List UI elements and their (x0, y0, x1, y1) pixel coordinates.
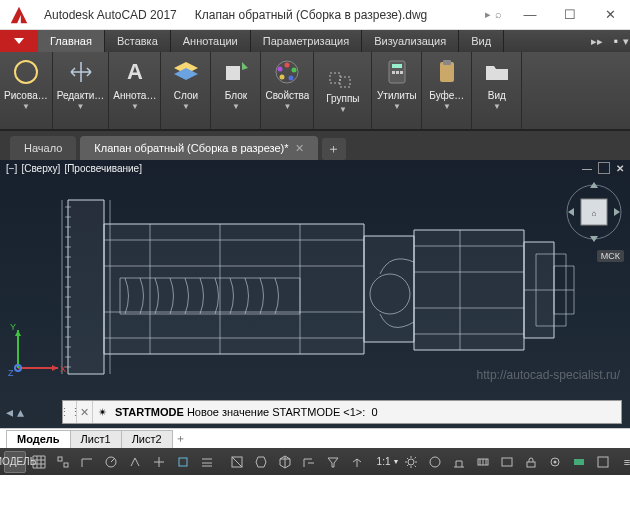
sb-hardware-accel-icon[interactable] (568, 451, 590, 473)
layout-tab-sheet2[interactable]: Лист2 (121, 430, 173, 448)
sb-grid-icon[interactable] (28, 451, 50, 473)
cmdline-close-icon[interactable]: ✕ (77, 401, 93, 423)
layout-tab-sheet1[interactable]: Лист1 (70, 430, 122, 448)
chevron-down-icon: ▼ (77, 102, 85, 111)
sb-gear-icon[interactable] (400, 451, 422, 473)
maximize-button[interactable]: ☐ (550, 0, 590, 30)
new-tab-button[interactable]: ＋ (322, 138, 346, 160)
chevron-down-icon: ▼ (392, 458, 399, 465)
window-controls: — ☐ ✕ (510, 0, 630, 30)
tab-label: Вид (471, 35, 491, 47)
panel-view[interactable]: Вид ▼ (472, 52, 522, 129)
panel-groups[interactable]: Группы ▼ (314, 52, 372, 129)
sb-ortho-icon[interactable] (76, 451, 98, 473)
command-line[interactable]: ⋮⋮ ✕ ✴ STARTMODE Новое значение STARTMOD… (62, 400, 622, 424)
add-layout-button[interactable]: ＋ (172, 431, 190, 446)
sb-snap-icon[interactable] (52, 451, 74, 473)
sb-lineweight-icon[interactable] (196, 451, 218, 473)
calculator-icon (381, 56, 413, 88)
svg-rect-16 (443, 60, 451, 65)
panel-utilities[interactable]: Утилиты ▼ (372, 52, 422, 129)
cmdline-grip-icon[interactable]: ⋮⋮ (63, 401, 77, 423)
sb-cleanscreen-icon[interactable] (592, 451, 614, 473)
sb-annotation-scale[interactable]: 1:1 ▼ (376, 451, 398, 473)
sb-isolate-icon[interactable] (544, 451, 566, 473)
status-bar: МОДЕЛЬ 1:1 ▼ ≡ (0, 448, 630, 475)
sb-transparency-icon[interactable] (226, 451, 248, 473)
view-cube[interactable]: ⌂ (564, 178, 624, 248)
viewport-view[interactable]: [Сверху] (21, 163, 60, 174)
tab-annotations[interactable]: Аннотации (171, 30, 251, 52)
close-button[interactable]: ✕ (590, 0, 630, 30)
panel-clipboard[interactable]: Буфе… ▼ (422, 52, 472, 129)
panel-modify[interactable]: Редакти… ▼ (53, 52, 110, 129)
layout-tab-label: Модель (17, 433, 60, 445)
vp-close-icon[interactable]: ✕ (616, 163, 624, 174)
viewport-visual-style[interactable]: [Просвечивание] (64, 163, 142, 174)
panel-draw[interactable]: Рисова… ▼ (0, 52, 53, 129)
doc-tab-label: Клапан обратный (Сборка в разрезе)* (94, 142, 288, 154)
tab-home[interactable]: Главная (38, 30, 105, 52)
svg-rect-14 (400, 71, 403, 74)
nav-up-icon[interactable]: ▴ (17, 404, 24, 420)
panel-label: Рисова… (4, 90, 48, 101)
layout-tab-label: Лист2 (132, 433, 162, 445)
panel-label: Группы (326, 93, 359, 104)
vp-max-icon[interactable] (598, 162, 610, 174)
chevron-down-icon: ▼ (283, 102, 291, 111)
svg-rect-13 (396, 71, 399, 74)
sb-isodraft-icon[interactable] (124, 451, 146, 473)
nav-left-icon[interactable]: ◂ (6, 404, 13, 420)
ucs-icon: X Y Z (8, 318, 68, 378)
close-tab-icon[interactable]: ✕ (295, 142, 304, 155)
qat-chevron-icon[interactable]: ⌕ (495, 8, 502, 21)
application-menu-button[interactable] (0, 30, 38, 52)
tab-view[interactable]: Вид (459, 30, 504, 52)
doc-tab-start[interactable]: Начало (10, 136, 76, 160)
sb-gizmo-icon[interactable] (346, 451, 368, 473)
sb-quickprops-icon[interactable] (496, 451, 518, 473)
sb-customize-icon[interactable]: ≡ (616, 451, 630, 473)
panel-properties[interactable]: Свойства ▼ (261, 52, 314, 129)
document-tabs: Начало Клапан обратный (Сборка в разрезе… (0, 130, 630, 160)
play-icon[interactable]: ▸▸ (586, 30, 608, 52)
vp-min-icon[interactable]: — (582, 163, 592, 174)
panel-layers[interactable]: Слои ▼ (161, 52, 211, 129)
tab-label: Главная (50, 35, 92, 47)
drawing-area[interactable] (0, 176, 630, 428)
viewport-menu[interactable]: [−] (6, 163, 17, 174)
sb-osnap-icon[interactable] (148, 451, 170, 473)
doc-tab-current[interactable]: Клапан обратный (Сборка в разрезе)* ✕ (80, 136, 317, 160)
sb-3dosnap-icon[interactable] (274, 451, 296, 473)
chevron-down-icon: ▼ (493, 102, 501, 111)
chevron-down-icon: ▼ (393, 102, 401, 111)
svg-rect-45 (364, 236, 414, 342)
tab-insert[interactable]: Вставка (105, 30, 171, 52)
tab-visualization[interactable]: Визуализация (362, 30, 459, 52)
panel-block[interactable]: Блок ▼ (211, 52, 261, 129)
cmdline-settings-icon[interactable]: ✴ (93, 406, 111, 419)
sb-filter-icon[interactable] (322, 451, 344, 473)
sb-dynducs-icon[interactable] (298, 451, 320, 473)
sb-annotation-monitor-icon[interactable] (448, 451, 470, 473)
minimize-button[interactable]: — (510, 0, 550, 30)
sb-autosnap-icon[interactable] (172, 451, 194, 473)
layout-tab-model[interactable]: Модель (6, 430, 71, 448)
sb-lock-ui-icon[interactable] (520, 451, 542, 473)
ribbon-toggle-icon[interactable]: ▫️▾ (608, 30, 630, 52)
viewport[interactable]: [−] [Сверху] [Просвечивание] — ✕ (0, 160, 630, 428)
tab-parametric[interactable]: Параметризация (251, 30, 362, 52)
tab-label: Параметризация (263, 35, 349, 47)
app-logo[interactable] (0, 0, 38, 30)
panel-annotation[interactable]: A Аннота… ▼ (109, 52, 161, 129)
sb-units-icon[interactable] (472, 451, 494, 473)
sb-workspace-icon[interactable] (424, 451, 446, 473)
search-icon[interactable]: ▸ (485, 8, 491, 21)
svg-rect-84 (502, 458, 512, 466)
wcs-label[interactable]: МСК (597, 250, 624, 262)
svg-point-7 (278, 67, 283, 72)
sb-cycling-icon[interactable] (250, 451, 272, 473)
svg-rect-8 (330, 73, 340, 83)
sb-modelspace[interactable]: МОДЕЛЬ (4, 451, 26, 473)
sb-polar-icon[interactable] (100, 451, 122, 473)
